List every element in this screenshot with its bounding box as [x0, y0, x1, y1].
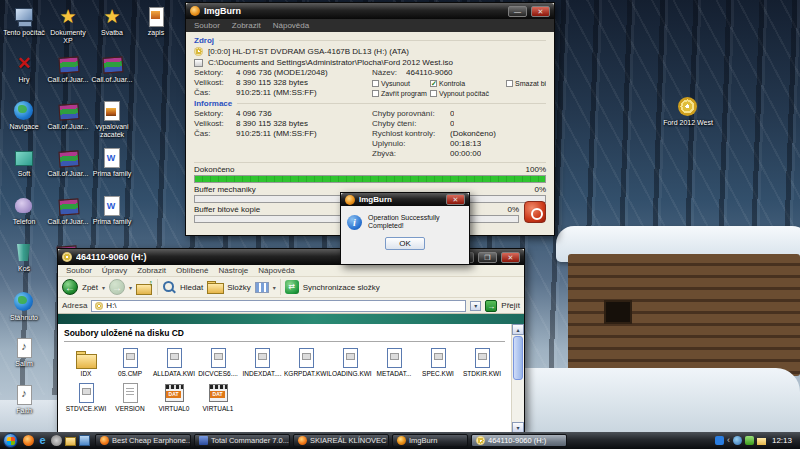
desktop-icon-call-of-juarez-3[interactable]: Call.of.Juar... — [46, 100, 90, 131]
desktop-icon-vypalovani-zacatek[interactable]: vypalovani zacatek — [90, 100, 134, 139]
file-stdvce-kwi[interactable]: STDVCE.KWI — [64, 382, 108, 412]
address-combo[interactable]: H:\ — [91, 300, 466, 312]
maximize-button[interactable]: ❐ — [478, 252, 497, 263]
up-folder-icon[interactable] — [136, 280, 153, 294]
desktop-icon-stahnuto[interactable]: Stáhnuto — [2, 291, 46, 322]
task-imgburn[interactable]: ImgBurn — [392, 434, 468, 447]
address-dropdown-icon[interactable] — [470, 301, 481, 311]
checkbox-zavrit-program[interactable]: Zavřít program — [372, 88, 430, 98]
forward-dropdown-icon[interactable]: ▾ — [129, 284, 132, 291]
imgburn-titlebar[interactable]: ImgBurn — ✕ — [186, 3, 554, 19]
back-button[interactable] — [62, 279, 78, 295]
close-button[interactable]: ✕ — [531, 6, 550, 17]
collapse-chevron-icon[interactable] — [727, 436, 730, 445]
desktop-icon-svatba[interactable]: Svatba — [90, 6, 134, 37]
task-skiareal-klinovec[interactable]: SKIAREÁL KLÍNOVEC ... — [293, 434, 389, 447]
folder-tray-icon[interactable] — [757, 438, 766, 445]
menu-napoveda[interactable]: Nápověda — [273, 21, 309, 30]
address-value[interactable]: H:\ — [106, 301, 116, 310]
search-icon[interactable] — [162, 280, 176, 294]
checkbox-icon[interactable] — [372, 90, 379, 97]
file-metadat[interactable]: METADAT... — [372, 347, 416, 377]
task-total-commander[interactable]: Total Commander 7.0... — [194, 434, 290, 447]
file-os-cmp[interactable]: 0S.CMP — [108, 347, 152, 377]
close-button[interactable]: ✕ — [501, 252, 520, 263]
sync-label[interactable]: Synchronizace složky — [303, 283, 380, 292]
taskbar-clock[interactable]: 12:13 — [769, 436, 795, 445]
checkbox-icon[interactable] — [372, 80, 379, 87]
file-spec-kwi[interactable]: SPEC.KWI — [416, 347, 460, 377]
desktop-icon-dokumenty-xp[interactable]: Dokumenty XP — [46, 6, 90, 45]
desktop-icon-zapis[interactable]: zapis — [134, 6, 178, 37]
network-tray-icon[interactable] — [733, 436, 742, 445]
file-virtual0[interactable]: VIRTUAL0 — [152, 382, 196, 412]
views-icon[interactable] — [255, 282, 269, 293]
desktop-icon-call-of-juarez-5[interactable]: Call.of.Juar... — [46, 195, 90, 226]
desktop-icon-call-of-juarez-4[interactable]: Call.of.Juar... — [46, 147, 90, 178]
desktop-icon-telefon[interactable]: Telefon — [2, 195, 46, 226]
close-button[interactable]: ✕ — [446, 194, 465, 205]
desktop-icon-call-of-juarez-2[interactable]: Call.of.Juar... — [90, 53, 134, 84]
minimize-button[interactable]: — — [508, 6, 527, 17]
desktop-icon-call-of-juarez-1[interactable]: Call.of.Juar... — [46, 53, 90, 84]
desktop-icon-navigace[interactable]: Navigace — [2, 100, 46, 131]
desktop-icon-soft[interactable]: Soft — [2, 147, 46, 178]
desktop-icon-salim[interactable]: Salim — [2, 337, 46, 368]
menu-soubor[interactable]: Soubor — [194, 21, 220, 30]
desktop-icon-prima-family-1[interactable]: Prima family — [90, 147, 134, 178]
menu-zobrazit[interactable]: Zobrazit — [137, 266, 166, 275]
file-indexdat[interactable]: INDEXDAT.... — [240, 347, 284, 377]
folders-icon[interactable] — [207, 281, 223, 293]
task-best-cheap-earphone[interactable]: Best Cheap Earphone... — [95, 434, 191, 447]
search-label[interactable]: Hledat — [180, 283, 203, 292]
messenger-tray-icon[interactable] — [715, 436, 724, 445]
menu-upravy[interactable]: Úpravy — [102, 266, 127, 275]
ok-button[interactable]: OK — [385, 237, 425, 250]
show-desktop-icon[interactable] — [79, 435, 90, 446]
settings-icon[interactable] — [51, 435, 62, 446]
scrollbar-track[interactable] — [512, 381, 524, 422]
firefox-icon[interactable] — [23, 435, 34, 446]
go-label[interactable]: Přejít — [501, 301, 520, 310]
menu-oblibene[interactable]: Oblíbené — [176, 266, 208, 275]
menu-nastroje[interactable]: Nástroje — [219, 266, 249, 275]
file-loading-kwi[interactable]: LOADING.KWI — [328, 347, 372, 377]
folder-icon[interactable] — [65, 437, 76, 446]
back-label[interactable]: Zpět — [82, 283, 98, 292]
views-dropdown-icon[interactable]: ▾ — [273, 284, 276, 291]
desktop-icon-prima-family-2[interactable]: Prima family — [90, 195, 134, 226]
desktop-icon-hry[interactable]: Hry — [2, 53, 46, 84]
scroll-up-icon[interactable] — [512, 324, 524, 335]
sync-icon[interactable] — [285, 280, 299, 294]
internet-explorer-icon[interactable] — [37, 435, 48, 446]
menu-soubor[interactable]: Soubor — [66, 266, 92, 275]
dialog-titlebar[interactable]: ImgBurn ✕ — [341, 193, 469, 206]
file-stdkir-kwi[interactable]: STDKIR.KWI — [460, 347, 504, 377]
desktop-icon-my-computer[interactable]: Tento počítač — [2, 6, 46, 37]
checkbox-vysunout[interactable]: Vysunout — [372, 78, 430, 88]
desktop-icon-kos[interactable]: Koš — [2, 242, 46, 273]
file-virtual1[interactable]: VIRTUAL1 — [196, 382, 240, 412]
menu-napoveda[interactable]: Nápověda — [258, 266, 294, 275]
file-kgrpdat-kwi[interactable]: KGRPDAT.KWI — [284, 347, 328, 377]
start-button[interactable] — [3, 433, 18, 448]
back-dropdown-icon[interactable]: ▾ — [102, 284, 105, 291]
file-version[interactable]: VERSION — [108, 382, 152, 412]
forward-button[interactable] — [109, 279, 125, 295]
checkbox-vypnout-pocitac[interactable]: Vypnout počítač — [430, 88, 506, 98]
desktop-icon-ford-2012-west[interactable]: Ford 2012 West — [658, 96, 718, 127]
desktop-icon-faith[interactable]: Faith — [2, 384, 46, 415]
task-464110-9060-active[interactable]: 464110-9060 (H:) — [471, 434, 567, 447]
menu-zobrazit[interactable]: Zobrazit — [232, 21, 261, 30]
checkbox-icon[interactable] — [430, 90, 437, 97]
abort-button[interactable] — [524, 201, 546, 223]
checkbox-kontrola[interactable]: ✓Kontrola — [430, 78, 506, 88]
checkbox-icon[interactable] — [506, 80, 513, 87]
scrollbar-thumb[interactable] — [513, 336, 523, 380]
checkbox-icon[interactable]: ✓ — [430, 80, 437, 87]
folders-label[interactable]: Složky — [227, 283, 251, 292]
file-alldata-kwi[interactable]: ALLDATA.KWI — [152, 347, 196, 377]
vertical-scrollbar[interactable] — [511, 324, 524, 433]
checkbox-smazat-bitovou-kopii[interactable]: Smazat bitovou kopii — [506, 78, 546, 88]
go-icon[interactable] — [485, 300, 497, 312]
